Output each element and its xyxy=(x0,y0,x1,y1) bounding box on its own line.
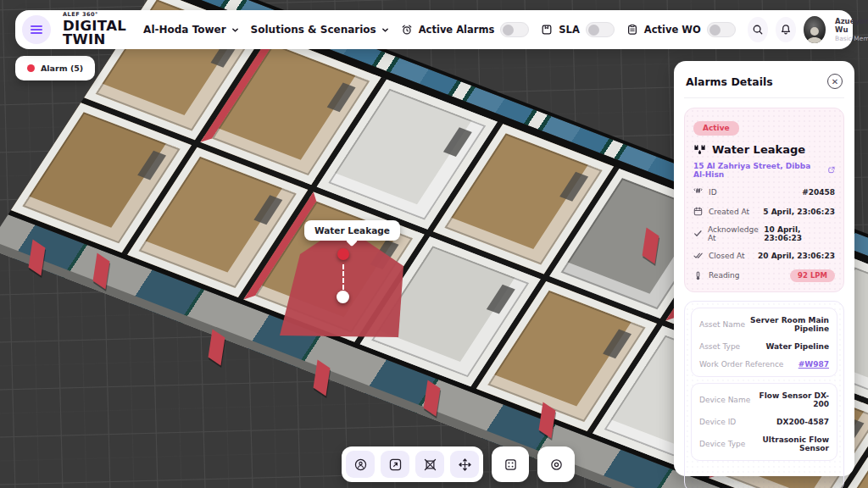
alarm-id-row: ID #20458 xyxy=(693,186,835,198)
leak-marker-anchor[interactable] xyxy=(337,291,349,303)
topbar-right-cluster: Azueyon U. Wu Basic Member xyxy=(748,16,868,43)
row-value: 20 April, 23:06:23 xyxy=(758,252,835,260)
split-view-icon xyxy=(504,458,518,472)
switch-knob xyxy=(709,25,721,36)
row-value: Water Pipeline xyxy=(765,342,829,351)
panel-header: Alarms Details ✕ xyxy=(684,72,844,98)
panel-title: Alarms Details xyxy=(686,75,773,88)
top-navigation-bar: ALEF 360° DIGITAL TWIN Al-Hoda Tower Sol… xyxy=(15,10,853,49)
user-role: Basic Member xyxy=(835,35,868,42)
person-view-button[interactable] xyxy=(346,451,375,478)
asset-info-box: Asset Name Server Room Main Pipeline Ass… xyxy=(691,308,837,377)
split-view-group xyxy=(492,446,529,482)
active-alarms-label: Active Alarms xyxy=(419,24,495,36)
solutions-scenarios-dropdown[interactable]: Solutions & Scenarios xyxy=(251,24,389,36)
active-alarms-switch[interactable] xyxy=(500,22,529,37)
search-icon xyxy=(752,24,764,36)
viewport-toolbar xyxy=(342,446,575,482)
work-order-clipboard-icon xyxy=(626,24,638,36)
row-label: Asset Name xyxy=(699,320,745,329)
status-badge: Active xyxy=(693,121,739,136)
expand-icon xyxy=(388,458,403,472)
focus-target-icon xyxy=(549,458,564,472)
water-leak-pipe-icon xyxy=(693,143,706,156)
alarms-details-panel: Alarms Details ✕ Active Water Leakage 15… xyxy=(674,61,854,476)
calendar-icon xyxy=(693,207,704,216)
person-portrait-icon xyxy=(804,25,826,43)
work-order-row: Work Order Reference #W987 xyxy=(699,360,829,369)
alarm-chip-label: Alarm (5) xyxy=(41,64,83,73)
person-view-icon xyxy=(353,458,368,472)
building-selector-label: Al-Hoda Tower xyxy=(143,24,226,36)
close-panel-button[interactable]: ✕ xyxy=(827,74,843,89)
row-label: Device ID xyxy=(699,418,736,426)
expand-view-button[interactable] xyxy=(381,451,409,478)
pan-move-icon xyxy=(458,458,472,472)
check-icon xyxy=(693,229,704,238)
row-label: ID xyxy=(709,188,717,197)
asset-device-card: Asset Name Server Room Main Pipeline Ass… xyxy=(684,301,844,488)
row-label: Device Name xyxy=(699,396,750,404)
view-tools-group xyxy=(342,446,483,482)
row-label: Reading xyxy=(709,271,740,280)
id-hash-icon xyxy=(693,187,704,197)
orbit-box-icon xyxy=(423,458,437,472)
active-wo-switch[interactable] xyxy=(707,22,736,37)
asset-name-row: Asset Name Server Room Main Pipeline xyxy=(699,316,829,333)
active-wo-toggle-group: Active WO xyxy=(626,22,736,37)
sla-book-icon xyxy=(541,24,553,36)
row-value: Flow Sensor DX-200 xyxy=(750,391,829,408)
solutions-menu-label: Solutions & Scenarios xyxy=(251,24,376,36)
device-name-row: Device Name Flow Sensor DX-200 xyxy=(699,391,829,408)
menu-button[interactable] xyxy=(22,15,51,44)
leak-marker-line xyxy=(342,264,344,290)
leak-marker-pin[interactable] xyxy=(337,248,349,260)
alarm-closed-row: Closed At 20 April, 23:06:23 xyxy=(693,250,835,262)
gauge-icon xyxy=(693,271,704,280)
device-id-row: Device ID DX200-4587 xyxy=(699,418,829,426)
alarm-name: Water Leakage xyxy=(712,143,805,156)
active-alarms-toggle-group: Active Alarms xyxy=(401,22,530,37)
user-avatar[interactable] xyxy=(804,16,826,43)
row-value: DX200-4587 xyxy=(776,418,829,426)
device-info-box: Device Name Flow Sensor DX-200 Device ID… xyxy=(691,383,837,461)
alarm-summary-card: Active Water Leakage 15 Al Zahriya Stree… xyxy=(684,108,844,292)
orbit-box-button[interactable] xyxy=(415,451,444,478)
row-label: Asset Type xyxy=(699,342,740,351)
notifications-button[interactable] xyxy=(776,17,796,42)
user-meta: Azueyon U. Wu Basic Member xyxy=(835,17,868,43)
sla-toggle-group: SLA xyxy=(541,22,615,37)
bell-icon xyxy=(780,24,792,36)
search-button[interactable] xyxy=(748,17,768,42)
asset-type-row: Asset Type Water Pipeline xyxy=(699,342,829,351)
leak-marker-tooltip[interactable]: Water Leakage xyxy=(304,220,400,241)
external-link-icon xyxy=(828,166,835,174)
alarm-created-row: Created At 5 April, 23:06:23 xyxy=(693,206,835,218)
row-label: Device Type xyxy=(699,440,745,448)
brand-logo: ALEF 360° DIGITAL TWIN xyxy=(63,12,126,47)
alarm-red-dot-icon xyxy=(27,64,35,72)
row-label: Closed At xyxy=(709,252,745,260)
focus-button[interactable] xyxy=(542,451,570,478)
sla-switch[interactable] xyxy=(586,22,615,37)
alarm-count-chip[interactable]: Alarm (5) xyxy=(15,56,95,80)
alarm-location-text: 15 Al Zahriya Street, Dibba Al-Hisn xyxy=(693,162,825,179)
row-value: 5 April, 23:06:23 xyxy=(763,208,835,216)
user-name: Azueyon U. Wu xyxy=(835,17,868,35)
alarm-location-link[interactable]: 15 Al Zahriya Street, Dibba Al-Hisn xyxy=(693,162,835,179)
pan-button[interactable] xyxy=(450,451,479,478)
brand-title-text: DIGITAL TWIN xyxy=(63,19,126,47)
building-selector-dropdown[interactable]: Al-Hoda Tower xyxy=(143,24,239,36)
switch-knob xyxy=(503,25,514,36)
hamburger-icon xyxy=(31,29,42,30)
row-value: #20458 xyxy=(802,188,835,197)
alarm-acknowledge-row: Acknowledge At 10 April, 23:06:23 xyxy=(693,225,835,242)
alarm-reading-row: Reading 92 LPM xyxy=(693,269,835,282)
split-view-button[interactable] xyxy=(496,451,525,478)
active-wo-label: Active WO xyxy=(644,24,701,36)
work-order-link[interactable]: #W987 xyxy=(798,360,829,369)
reading-badge: 92 LPM xyxy=(790,269,835,282)
row-label: Created At xyxy=(709,208,749,216)
brand-small-text: ALEF 360° xyxy=(63,12,126,18)
device-type-row: Device Type Ultrasonic Flow Sensor xyxy=(699,435,829,452)
